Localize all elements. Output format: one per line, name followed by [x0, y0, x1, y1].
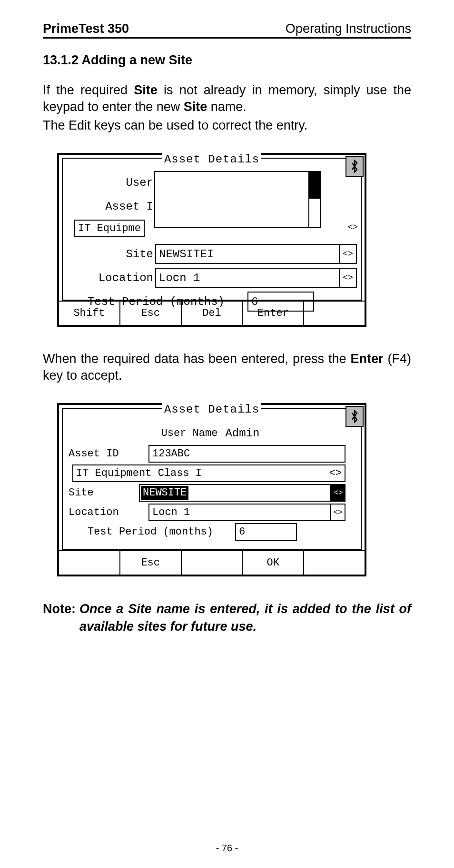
softkey-blank: [182, 551, 243, 575]
header-product: PrimeTest 350: [43, 21, 129, 36]
arrow-indicator: <>: [347, 222, 358, 232]
page-header: PrimeTest 350 Operating Instructions: [43, 21, 411, 39]
paragraph-1: If the required Site is not already in m…: [43, 82, 411, 115]
note-body: Once a Site name is entered, it is added…: [79, 600, 411, 635]
testperiod-input[interactable]: 6: [235, 523, 297, 541]
location-input[interactable]: Locn 1: [155, 268, 340, 288]
site-value-selected: NEWSITE: [141, 486, 188, 500]
it-equipment-row[interactable]: IT Equipment Class I <>: [72, 464, 345, 482]
asset-label: Asset I: [67, 200, 155, 213]
location-arrows[interactable]: <>: [331, 504, 345, 521]
site-label: Site: [69, 484, 139, 502]
site-input[interactable]: NEWSITE: [139, 484, 331, 502]
softkey-blank: [59, 551, 120, 575]
dialog-title: Asset Details: [162, 153, 261, 166]
location-input[interactable]: Locn 1: [148, 504, 331, 521]
section-heading: 13.1.2 Adding a new Site: [43, 53, 411, 68]
device-screenshot-1: Asset Details User Asset I IT Equipme <>…: [57, 153, 366, 327]
location-arrows[interactable]: <>: [340, 268, 357, 288]
testperiod-label: Test Period (months): [67, 295, 247, 308]
header-doc-title: Operating Instructions: [286, 21, 411, 36]
arrow-indicator: <>: [329, 467, 342, 479]
page-number: - 76 -: [0, 843, 454, 854]
softkey-blank: [304, 551, 365, 575]
location-label: Location: [67, 272, 155, 284]
softkey-row: Esc OK: [59, 550, 365, 575]
softkey-ok[interactable]: OK: [243, 551, 304, 575]
note-label: Note:: [43, 600, 79, 635]
bluetooth-icon: [345, 156, 364, 177]
it-equipment-box: IT Equipme: [74, 220, 145, 237]
site-input[interactable]: NEWSITEI: [155, 244, 340, 264]
paragraph-3: When the required data has been entered,…: [43, 351, 411, 384]
dropdown-list[interactable]: [154, 171, 321, 228]
dialog-title: Asset Details: [162, 403, 261, 416]
user-label: User Name: [161, 423, 221, 443]
testperiod-label: Test Period (months): [69, 523, 235, 541]
user-label: User: [67, 176, 155, 189]
site-arrows[interactable]: <>: [340, 244, 357, 264]
testperiod-input[interactable]: 6: [247, 292, 314, 312]
bluetooth-icon: [345, 406, 364, 427]
note-block: Note: Once a Site name is entered, it is…: [43, 600, 411, 635]
asset-label: Asset ID: [69, 445, 148, 463]
site-label: Site: [67, 248, 155, 261]
site-arrows[interactable]: <>: [331, 484, 345, 502]
scrollbar[interactable]: [308, 171, 321, 228]
location-label: Location: [69, 504, 148, 521]
device-screenshot-2: Asset Details User Name Admin Asset ID 1…: [57, 403, 366, 576]
user-value: Admin: [220, 423, 262, 443]
asset-input[interactable]: 123ABC: [148, 445, 345, 463]
paragraph-2: The Edit keys can be used to correct the…: [43, 117, 411, 134]
softkey-esc[interactable]: Esc: [120, 551, 182, 575]
